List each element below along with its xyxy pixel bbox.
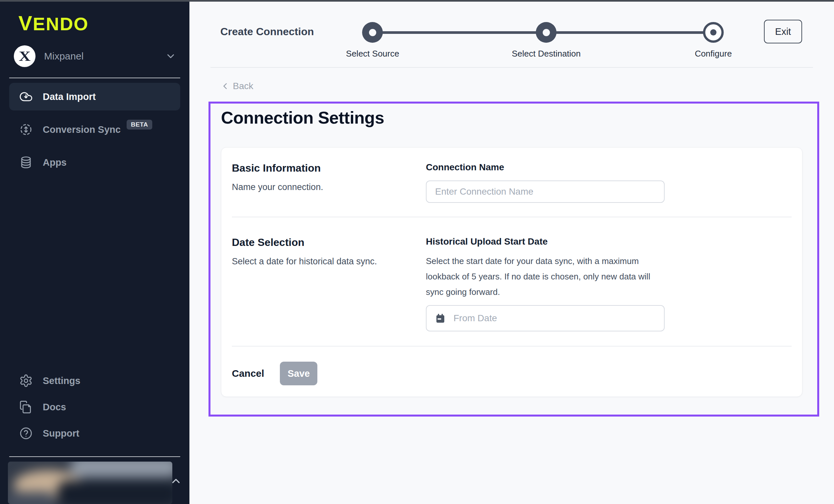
- chevron-left-icon: [221, 82, 229, 90]
- connection-name-label: Connection Name: [426, 162, 665, 173]
- field-help-text: Select the start date for your data sync…: [426, 254, 665, 300]
- window-top-edge: [0, 0, 834, 2]
- from-date-field[interactable]: [426, 305, 665, 331]
- chevron-up-icon[interactable]: [170, 475, 182, 487]
- sidebar-footer-nav: Settings Docs Support: [9, 368, 180, 446]
- user-profile-blur-content: [8, 462, 172, 504]
- main-content: Create Connection Select Source Select D…: [190, 0, 834, 504]
- sidebar-item-support[interactable]: Support: [9, 420, 180, 446]
- conversion-sync-icon: [19, 123, 33, 136]
- sidebar: VENDO X Mixpanel Data Import Conversion …: [0, 0, 190, 504]
- sidebar-item-docs[interactable]: Docs: [9, 394, 180, 420]
- mixpanel-logo-icon: X: [14, 45, 36, 67]
- sidebar-item-conversion-sync[interactable]: Conversion Sync BETA: [9, 116, 180, 143]
- settings-card: Basic Information Name your connection. …: [221, 147, 803, 397]
- database-icon: [19, 155, 33, 169]
- connection-settings-panel: Connection Settings Basic Information Na…: [208, 102, 819, 417]
- save-button[interactable]: Save: [280, 361, 317, 385]
- vendo-logo: VENDO: [18, 11, 89, 35]
- connection-name-input[interactable]: [426, 180, 665, 203]
- calendar-icon: [434, 312, 446, 324]
- historical-upload-start-date-label: Historical Upload Start Date: [426, 236, 665, 247]
- step-dot: [363, 22, 383, 43]
- sidebar-item-label: Settings: [43, 375, 80, 386]
- step-label: Select Destination: [512, 49, 581, 59]
- workspace-name: Mixpanel: [44, 51, 165, 62]
- step-label: Configure: [695, 49, 732, 59]
- sidebar-item-settings[interactable]: Settings: [9, 368, 180, 394]
- workspace-switcher[interactable]: X Mixpanel: [14, 45, 176, 68]
- date-selection-section: Date Selection Select a date for histori…: [232, 217, 792, 347]
- header-divider: [211, 67, 813, 68]
- section-title: Date Selection: [232, 236, 426, 248]
- section-description: Select a date for historical data sync.: [232, 257, 426, 267]
- sidebar-item-label: Docs: [43, 402, 66, 413]
- sidebar-item-label: Apps: [43, 157, 67, 168]
- sidebar-item-data-import[interactable]: Data Import: [9, 83, 180, 110]
- sidebar-item-label: Data Import: [43, 91, 96, 102]
- basic-information-section: Basic Information Name your connection. …: [232, 148, 792, 217]
- from-date-input[interactable]: [454, 313, 656, 324]
- actions-row: Cancel Save: [232, 347, 792, 396]
- panel-title: Connection Settings: [221, 108, 384, 128]
- back-link[interactable]: Back: [221, 81, 253, 91]
- app-window: VENDO X Mixpanel Data Import Conversion …: [0, 0, 834, 504]
- section-title: Basic Information: [232, 162, 426, 174]
- sidebar-nav: Data Import Conversion Sync BETA Apps: [9, 83, 180, 181]
- sidebar-divider-bottom: [9, 456, 180, 457]
- docs-icon: [19, 400, 33, 414]
- question-circle-icon: [19, 426, 33, 440]
- sidebar-item-label: Support: [43, 428, 79, 439]
- cloud-download-icon: [19, 90, 33, 104]
- sidebar-divider-top: [9, 78, 180, 78]
- step-select-destination[interactable]: Select Destination: [512, 22, 581, 59]
- step-select-source[interactable]: Select Source: [346, 22, 399, 59]
- beta-badge: BETA: [127, 120, 152, 130]
- step-dot: [703, 22, 724, 43]
- cancel-button[interactable]: Cancel: [232, 368, 264, 379]
- section-description: Name your connection.: [232, 182, 426, 192]
- page-title: Create Connection: [220, 26, 314, 38]
- back-label: Back: [233, 81, 253, 91]
- gear-icon: [19, 374, 33, 388]
- step-dot: [536, 22, 557, 43]
- step-label: Select Source: [346, 49, 399, 59]
- user-profile-blurred[interactable]: [8, 462, 172, 504]
- chevron-down-icon: [165, 51, 176, 62]
- exit-button[interactable]: Exit: [764, 20, 802, 43]
- sidebar-item-apps[interactable]: Apps: [9, 149, 180, 176]
- step-configure[interactable]: Configure: [695, 22, 732, 59]
- sidebar-item-label: Conversion Sync: [43, 124, 121, 135]
